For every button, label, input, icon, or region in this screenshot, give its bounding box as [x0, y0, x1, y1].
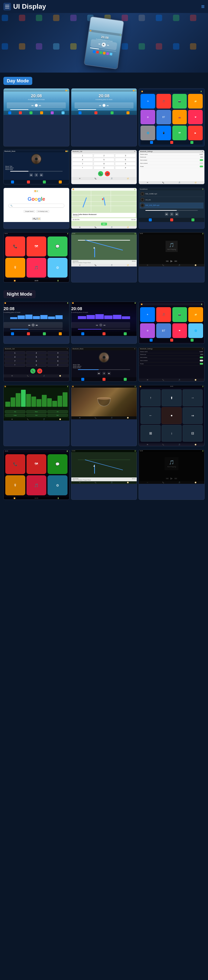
nav-arrow-down[interactable]: ↓ — [162, 425, 182, 442]
app-icon[interactable] — [150, 141, 153, 144]
wave-btn-6[interactable]: Bal — [47, 414, 68, 417]
app-icon[interactable] — [43, 180, 46, 183]
night-settings-app[interactable]: ⚙ — [47, 475, 68, 495]
np-prev[interactable]: ⏮ — [166, 259, 169, 262]
song-item-2[interactable]: xxx_xxx — [140, 197, 203, 203]
nav-arrow-right[interactable]: → — [183, 389, 203, 406]
f-phone-icon[interactable]: 📞 — [95, 417, 96, 419]
wave-btn-4[interactable]: Fade — [5, 414, 25, 417]
key-3[interactable]: 3 — [115, 154, 136, 157]
nc-email-icon[interactable]: ✉ — [11, 375, 13, 377]
go-button[interactable]: GO — [101, 223, 107, 226]
key-hash[interactable]: # — [115, 166, 136, 169]
night-power-toggle[interactable] — [200, 363, 203, 364]
wave-btn-1[interactable]: EQ — [5, 410, 25, 413]
app-icon[interactable] — [27, 180, 30, 183]
phone-icon[interactable]: 📞 — [95, 178, 96, 180]
app-icon[interactable] — [43, 332, 46, 335]
night-app-icon[interactable]: 🌐 — [188, 323, 203, 338]
nc-phone-icon[interactable]: 📞 — [27, 375, 29, 377]
prev-btn-2[interactable]: ⏮ — [99, 104, 101, 107]
night-app-icon[interactable]: ⚙ — [140, 323, 155, 338]
nav-arrow-left[interactable]: ← — [140, 407, 161, 424]
night-prev-1[interactable]: ⏮ — [28, 324, 30, 326]
next-ctrl[interactable]: ⏭ — [40, 173, 43, 177]
song-item-3-active[interactable]: 华乐_对话_同声.mp3 — [140, 203, 203, 208]
maps-app[interactable]: 🗺 — [27, 237, 46, 256]
power-toggle[interactable] — [200, 165, 203, 167]
night-prev-2[interactable]: ⏮ — [96, 324, 98, 326]
app-icon[interactable] — [11, 332, 14, 335]
hamburger-icon[interactable] — [3, 3, 11, 10]
app-icon-grid[interactable]: 📁 — [188, 94, 203, 108]
app-icon-grid[interactable]: ❤ — [188, 110, 203, 124]
night-key-9[interactable]: 9 — [47, 359, 68, 363]
night-auto-answer-toggle[interactable] — [200, 356, 203, 358]
nav-center-btn[interactable]: ● — [162, 407, 182, 424]
next-btn-1[interactable]: ⏭ — [39, 104, 41, 107]
night-key-1[interactable]: 1 — [5, 351, 25, 355]
key-1[interactable]: 1 — [72, 154, 93, 157]
messages-app[interactable]: 💬 — [47, 237, 68, 256]
google-search-btn[interactable]: Google Search — [24, 210, 35, 213]
app-icon[interactable] — [191, 218, 194, 221]
app-icon[interactable] — [150, 339, 153, 342]
email-icon[interactable]: ✉ — [79, 178, 80, 180]
play-ctrl[interactable]: ⏸ — [35, 173, 38, 177]
nn-phone-icon[interactable]: 📞 — [162, 444, 164, 445]
np-next[interactable]: ⏭ — [175, 259, 177, 262]
night-next-1[interactable]: ⏭ — [36, 324, 38, 326]
night-player-1[interactable]: ⏮ ⏭ — [4, 322, 63, 328]
night-auto-connect-toggle[interactable] — [200, 360, 203, 361]
wave-btn-2[interactable]: Bass — [26, 410, 47, 413]
nnd-music-icon[interactable]: 🎵 — [111, 482, 113, 484]
f-music-icon[interactable]: 🎵 — [111, 417, 113, 419]
phone-app[interactable]: 📞 — [5, 237, 25, 256]
app-icon[interactable] — [102, 378, 106, 381]
app-icon-grid[interactable]: ✈ — [140, 94, 155, 108]
nn-music-icon[interactable]: 🎵 — [178, 444, 180, 445]
ns-phone-icon[interactable]: 📞 — [162, 379, 164, 381]
nc-nav-icon[interactable]: 🧭 — [59, 375, 61, 377]
app-icon[interactable] — [110, 111, 113, 114]
app-icon[interactable] — [11, 180, 14, 183]
app-icon[interactable] — [19, 111, 22, 114]
m-email-icon[interactable]: ✉ — [79, 226, 80, 228]
app-icon[interactable] — [170, 141, 173, 144]
nnp-music-icon[interactable]: 🎵 — [178, 482, 180, 484]
night-key-8[interactable]: 8 — [26, 359, 47, 363]
nn-email-icon[interactable]: ✉ — [147, 444, 148, 445]
settings-phone-icon[interactable]: 📞 — [162, 182, 164, 183]
menu-icon[interactable]: ≡ — [201, 3, 205, 10]
night-next-ctrl[interactable]: ⏭ — [107, 372, 111, 375]
app-icon[interactable] — [191, 141, 193, 144]
wave-btn-5[interactable]: Sub — [26, 414, 47, 417]
nn-nav-icon[interactable]: 🧭 — [195, 444, 197, 445]
night-key-7[interactable]: 7 — [5, 359, 25, 363]
night-play-2[interactable] — [99, 323, 102, 326]
key-9[interactable]: 9 — [115, 162, 136, 165]
app-icon[interactable] — [51, 111, 54, 114]
key-7[interactable]: 7 — [72, 162, 93, 165]
app-icon-grid[interactable]: 📷 — [172, 94, 187, 108]
night-app-icon[interactable]: BT — [156, 323, 171, 338]
w-nav-icon[interactable]: 🧭 — [59, 418, 61, 420]
g-music-icon[interactable]: 🎵 — [36, 218, 38, 220]
night-messages-app[interactable]: 💬 — [47, 454, 68, 474]
nnd-email-icon[interactable]: ✉ — [79, 482, 80, 484]
player-bar-1[interactable]: ⏮ ⏸ ⏭ — [7, 102, 66, 108]
next-icon[interactable]: ⏭ — [107, 44, 109, 46]
google-lucky-btn[interactable]: I'm Feeling Lucky — [36, 210, 49, 213]
google-search-bar[interactable]: 🔍 — [8, 204, 64, 208]
night-key-2[interactable]: 2 — [26, 351, 47, 355]
np-email-icon[interactable]: ✉ — [147, 264, 148, 266]
settings-app[interactable]: ⚙ — [47, 258, 68, 278]
w-phone-icon[interactable]: 📞 — [27, 418, 29, 420]
night-hangup-btn[interactable]: 📵 — [37, 369, 42, 374]
night-call-btn[interactable]: 📞 — [30, 369, 35, 374]
night-prev-ctrl[interactable]: ⏮ — [97, 372, 101, 375]
prev-icon[interactable]: ⏮ — [98, 43, 100, 45]
nav-nav-icon[interactable]: 🧭 — [127, 264, 129, 266]
night-key-4[interactable]: 4 — [5, 355, 25, 359]
nnp-phone-icon[interactable]: 📞 — [162, 482, 164, 484]
